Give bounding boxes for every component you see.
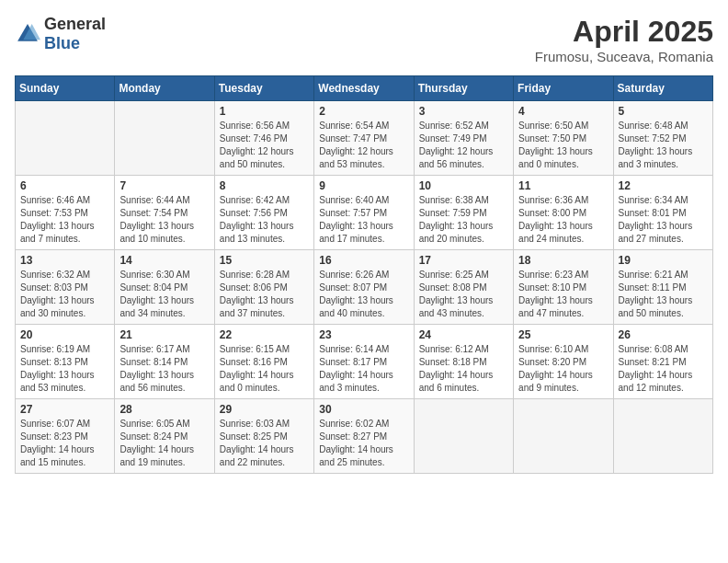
calendar-cell xyxy=(514,399,613,474)
day-number: 23 xyxy=(319,328,408,341)
day-info: Sunrise: 6:02 AMSunset: 8:27 PMDaylight:… xyxy=(319,418,408,469)
day-of-week-header: Saturday xyxy=(613,76,712,101)
day-info: Sunrise: 6:40 AMSunset: 7:57 PMDaylight:… xyxy=(319,194,408,246)
calendar-cell: 24Sunrise: 6:12 AMSunset: 8:18 PMDayligh… xyxy=(414,325,513,399)
day-info: Sunrise: 6:38 AMSunset: 7:59 PMDaylight:… xyxy=(419,194,508,246)
day-info: Sunrise: 6:56 AMSunset: 7:46 PMDaylight:… xyxy=(220,120,309,171)
calendar-cell: 8Sunrise: 6:42 AMSunset: 7:56 PMDaylight… xyxy=(214,176,313,250)
day-of-week-header: Monday xyxy=(115,76,214,101)
day-number: 13 xyxy=(20,254,109,267)
day-info: Sunrise: 6:19 AMSunset: 8:13 PMDaylight:… xyxy=(20,343,109,395)
calendar-cell: 5Sunrise: 6:48 AMSunset: 7:52 PMDaylight… xyxy=(613,101,712,176)
day-number: 6 xyxy=(20,179,109,192)
calendar-cell xyxy=(613,399,712,474)
calendar-cell: 30Sunrise: 6:02 AMSunset: 8:27 PMDayligh… xyxy=(314,399,414,474)
calendar-week-row: 27Sunrise: 6:07 AMSunset: 8:23 PMDayligh… xyxy=(16,399,713,474)
calendar-cell: 18Sunrise: 6:23 AMSunset: 8:10 PMDayligh… xyxy=(514,250,613,325)
day-of-week-header: Sunday xyxy=(16,76,115,101)
calendar-cell: 26Sunrise: 6:08 AMSunset: 8:21 PMDayligh… xyxy=(613,325,712,399)
day-number: 17 xyxy=(419,254,508,267)
day-info: Sunrise: 6:44 AMSunset: 7:54 PMDaylight:… xyxy=(119,194,209,246)
day-number: 28 xyxy=(119,403,209,416)
calendar-cell: 4Sunrise: 6:50 AMSunset: 7:50 PMDaylight… xyxy=(514,101,613,176)
day-number: 22 xyxy=(220,328,309,341)
page-header: General Blue April 2025 Frumosu, Suceava… xyxy=(15,15,713,64)
day-info: Sunrise: 6:28 AMSunset: 8:06 PMDaylight:… xyxy=(220,269,309,320)
day-number: 15 xyxy=(220,254,309,267)
day-number: 8 xyxy=(220,179,309,192)
title-block: April 2025 Frumosu, Suceava, Romania xyxy=(535,15,713,64)
day-info: Sunrise: 6:14 AMSunset: 8:17 PMDaylight:… xyxy=(319,343,408,395)
calendar-cell: 10Sunrise: 6:38 AMSunset: 7:59 PMDayligh… xyxy=(414,176,513,250)
day-number: 30 xyxy=(319,403,408,416)
calendar-cell: 20Sunrise: 6:19 AMSunset: 8:13 PMDayligh… xyxy=(16,325,115,399)
day-info: Sunrise: 6:21 AMSunset: 8:11 PMDaylight:… xyxy=(619,269,708,320)
calendar-week-row: 13Sunrise: 6:32 AMSunset: 8:03 PMDayligh… xyxy=(16,250,713,325)
day-number: 20 xyxy=(20,328,109,341)
day-info: Sunrise: 6:54 AMSunset: 7:47 PMDaylight:… xyxy=(319,120,408,171)
day-number: 18 xyxy=(518,254,608,267)
day-number: 29 xyxy=(220,403,309,416)
calendar-cell: 16Sunrise: 6:26 AMSunset: 8:07 PMDayligh… xyxy=(314,250,414,325)
day-number: 25 xyxy=(518,328,608,341)
calendar-cell: 15Sunrise: 6:28 AMSunset: 8:06 PMDayligh… xyxy=(214,250,313,325)
day-number: 1 xyxy=(220,105,309,118)
day-number: 9 xyxy=(319,179,408,192)
calendar-cell: 13Sunrise: 6:32 AMSunset: 8:03 PMDayligh… xyxy=(16,250,115,325)
day-of-week-header: Thursday xyxy=(414,76,513,101)
day-number: 19 xyxy=(619,254,708,267)
day-number: 3 xyxy=(419,105,508,118)
calendar-cell: 7Sunrise: 6:44 AMSunset: 7:54 PMDaylight… xyxy=(115,176,214,250)
calendar-week-row: 1Sunrise: 6:56 AMSunset: 7:46 PMDaylight… xyxy=(16,101,713,176)
calendar-cell: 27Sunrise: 6:07 AMSunset: 8:23 PMDayligh… xyxy=(16,399,115,474)
day-info: Sunrise: 6:42 AMSunset: 7:56 PMDaylight:… xyxy=(220,194,309,246)
logo: General Blue xyxy=(15,15,106,53)
calendar-week-row: 20Sunrise: 6:19 AMSunset: 8:13 PMDayligh… xyxy=(16,325,713,399)
day-info: Sunrise: 6:30 AMSunset: 8:04 PMDaylight:… xyxy=(119,269,209,320)
day-info: Sunrise: 6:03 AMSunset: 8:25 PMDaylight:… xyxy=(220,418,309,469)
calendar-cell: 2Sunrise: 6:54 AMSunset: 7:47 PMDaylight… xyxy=(314,101,414,176)
day-number: 2 xyxy=(319,105,408,118)
day-info: Sunrise: 6:52 AMSunset: 7:49 PMDaylight:… xyxy=(419,120,508,171)
day-number: 14 xyxy=(119,254,209,267)
day-number: 24 xyxy=(419,328,508,341)
calendar-cell: 3Sunrise: 6:52 AMSunset: 7:49 PMDaylight… xyxy=(414,101,513,176)
calendar-cell xyxy=(16,101,115,176)
day-number: 11 xyxy=(518,179,608,192)
calendar-cell: 1Sunrise: 6:56 AMSunset: 7:46 PMDaylight… xyxy=(214,101,313,176)
day-info: Sunrise: 6:15 AMSunset: 8:16 PMDaylight:… xyxy=(220,343,309,395)
logo-blue-text: Blue xyxy=(44,34,80,52)
day-info: Sunrise: 6:12 AMSunset: 8:18 PMDaylight:… xyxy=(419,343,508,395)
calendar-week-row: 6Sunrise: 6:46 AMSunset: 7:53 PMDaylight… xyxy=(16,176,713,250)
day-info: Sunrise: 6:46 AMSunset: 7:53 PMDaylight:… xyxy=(20,194,109,246)
day-number: 12 xyxy=(619,179,708,192)
day-info: Sunrise: 6:08 AMSunset: 8:21 PMDaylight:… xyxy=(619,343,708,395)
day-number: 16 xyxy=(319,254,408,267)
day-number: 10 xyxy=(419,179,508,192)
calendar-cell: 6Sunrise: 6:46 AMSunset: 7:53 PMDaylight… xyxy=(16,176,115,250)
calendar-cell: 23Sunrise: 6:14 AMSunset: 8:17 PMDayligh… xyxy=(314,325,414,399)
day-number: 5 xyxy=(619,105,708,118)
day-of-week-header: Wednesday xyxy=(314,76,414,101)
day-info: Sunrise: 6:05 AMSunset: 8:24 PMDaylight:… xyxy=(119,418,209,469)
day-info: Sunrise: 6:26 AMSunset: 8:07 PMDaylight:… xyxy=(319,269,408,320)
day-number: 21 xyxy=(119,328,209,341)
calendar-cell: 29Sunrise: 6:03 AMSunset: 8:25 PMDayligh… xyxy=(214,399,313,474)
day-info: Sunrise: 6:10 AMSunset: 8:20 PMDaylight:… xyxy=(518,343,608,395)
day-info: Sunrise: 6:50 AMSunset: 7:50 PMDaylight:… xyxy=(518,120,608,171)
day-of-week-header: Friday xyxy=(514,76,613,101)
day-number: 4 xyxy=(518,105,608,118)
calendar-cell: 22Sunrise: 6:15 AMSunset: 8:16 PMDayligh… xyxy=(214,325,313,399)
calendar-cell: 28Sunrise: 6:05 AMSunset: 8:24 PMDayligh… xyxy=(115,399,214,474)
logo-icon xyxy=(15,21,40,47)
day-number: 27 xyxy=(20,403,109,416)
calendar-table: SundayMondayTuesdayWednesdayThursdayFrid… xyxy=(15,75,713,474)
day-number: 26 xyxy=(619,328,708,341)
calendar-cell: 9Sunrise: 6:40 AMSunset: 7:57 PMDaylight… xyxy=(314,176,414,250)
day-info: Sunrise: 6:07 AMSunset: 8:23 PMDaylight:… xyxy=(20,418,109,469)
logo-general-text: General xyxy=(44,15,106,33)
calendar-cell xyxy=(414,399,513,474)
calendar-cell: 14Sunrise: 6:30 AMSunset: 8:04 PMDayligh… xyxy=(115,250,214,325)
day-info: Sunrise: 6:34 AMSunset: 8:01 PMDaylight:… xyxy=(619,194,708,246)
day-info: Sunrise: 6:23 AMSunset: 8:10 PMDaylight:… xyxy=(518,269,608,320)
